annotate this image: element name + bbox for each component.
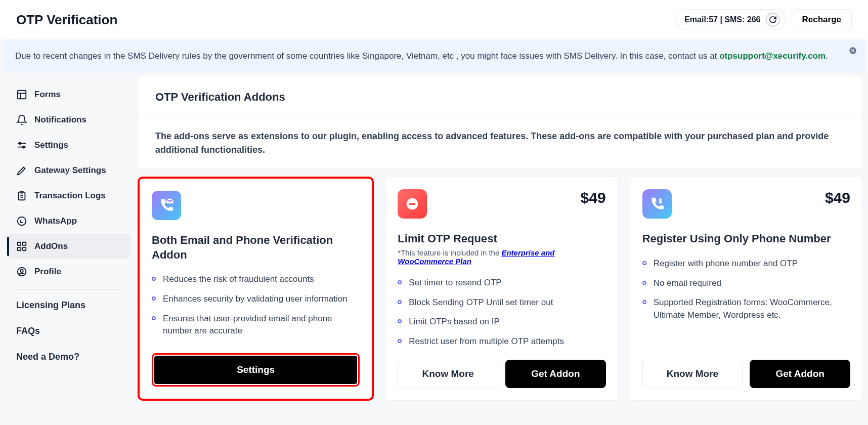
svg-rect-13 [18,242,21,245]
sidebar-item-label: AddOns [34,241,68,251]
feature-item: Limit OTPs based on IP [398,316,605,328]
sidebar-link-licensing[interactable]: Licensing Plans [7,295,131,316]
credits-text: Email:57 | SMS: 266 [684,15,760,24]
svg-rect-21 [409,203,416,205]
svg-rect-14 [23,242,26,245]
sidebar-item-whatsapp[interactable]: WhatsApp [7,208,131,234]
user-circle-icon [16,266,27,277]
sidebar-item-notifications[interactable]: Notifications [7,107,131,133]
know-more-button[interactable]: Know More [642,360,743,388]
clipboard-icon [16,190,27,201]
feature-item: Ensures that user-provided email and pho… [152,313,360,337]
sidebar-item-settings[interactable]: Settings [7,133,131,158]
feature-item: Block Sending OTP Until set timer out [398,296,605,309]
support-email-link[interactable]: otpsupport@xecurify.com [719,51,826,61]
sliders-icon [16,140,27,151]
close-icon[interactable] [849,47,857,55]
addon-title: Limit OTP Request [398,232,605,246]
sidebar-item-label: WhatsApp [34,216,77,226]
svg-rect-16 [23,247,26,250]
addon-price: $49 [825,189,850,206]
sidebar-item-logs[interactable]: Transaction Logs [7,183,131,208]
feature-item: Set timer to resend OTP [398,277,605,289]
feature-item: Enhances security by validating user inf… [152,293,360,306]
phone-user-icon [642,189,672,219]
get-addon-button[interactable]: Get Addon [750,360,850,388]
sidebar-item-addons[interactable]: AddOns [7,234,131,259]
addon-card-limit-otp: $49 Limit OTP Request *This feature is i… [385,177,618,401]
svg-rect-1 [18,90,26,99]
divider [16,289,121,290]
sidebar-item-label: Settings [34,140,68,150]
pen-icon [16,165,27,176]
addon-card-register-phone: $49 Register Using Only Phone Number Reg… [630,177,863,401]
whatsapp-icon [16,216,27,227]
sidebar: Forms Notifications Settings Gateway Set… [0,73,138,376]
svg-rect-15 [18,247,21,250]
phone-mail-icon [152,191,181,220]
addon-card-email-phone: Both Email and Phone Verification Addon … [138,177,374,401]
get-addon-button[interactable]: Get Addon [505,360,606,388]
feature-item: Reduces the risk of fraudulent accounts [152,273,360,286]
alert-text: Due to recent changes in the SMS Deliver… [15,51,719,61]
sidebar-item-label: Transaction Logs [34,191,106,201]
section-heading: OTP Verification Addons [138,76,862,118]
addon-title: Register Using Only Phone Number [642,232,850,246]
info-alert: Due to recent changes in the SMS Deliver… [3,39,865,73]
refresh-icon[interactable] [766,13,780,27]
credits-pill: Email:57 | SMS: 266 [676,9,785,30]
sidebar-item-label: Forms [34,90,61,100]
feature-item: No email required [642,277,850,290]
sidebar-item-forms[interactable]: Forms [7,82,131,107]
know-more-button[interactable]: Know More [398,360,498,388]
layout-icon [16,89,27,100]
sidebar-item-label: Profile [34,267,61,277]
svg-point-12 [18,217,26,225]
addon-price: $49 [581,189,606,206]
svg-point-22 [659,199,662,201]
recharge-button[interactable]: Recharge [792,9,852,30]
settings-button[interactable]: Settings [154,356,357,384]
sidebar-link-faqs[interactable]: FAQs [7,321,131,342]
minus-circle-icon [398,189,427,219]
addon-subtitle: *This feature is included in the Enterpr… [398,248,605,266]
feature-item: Restrict user from multiple OTP attempts [398,335,605,348]
grid-icon [16,241,27,252]
page-title: OTP Verification [16,12,117,28]
sidebar-item-label: Gateway Settings [34,165,106,176]
sidebar-link-demo[interactable]: Need a Demo? [7,347,131,367]
feature-item: Register with phone number and OTP [642,258,850,270]
sidebar-item-profile[interactable]: Profile [7,259,131,284]
addon-title: Both Email and Phone Verification Addon [152,233,360,262]
svg-point-7 [23,146,25,148]
svg-point-5 [19,142,21,144]
svg-point-18 [20,269,23,272]
section-description: The add-ons serve as extensions to our p… [138,118,862,169]
bell-icon [16,114,27,125]
feature-item: Supported Registration forms: WooCommerc… [642,296,850,321]
sidebar-item-gateway[interactable]: Gateway Settings [7,158,131,183]
alert-text-end: . [826,51,828,61]
sidebar-item-label: Notifications [34,115,86,125]
